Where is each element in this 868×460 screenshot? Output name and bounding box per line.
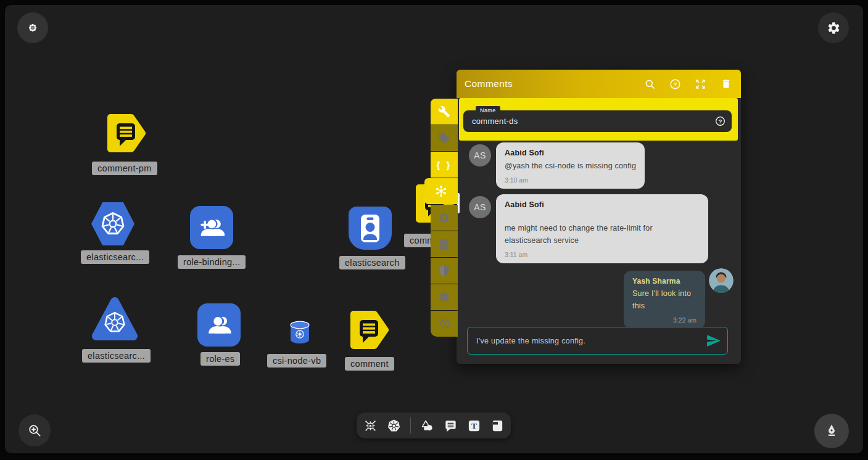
avatar: AS [469, 196, 491, 218]
name-field-label: Name [476, 106, 500, 115]
github-icon [438, 291, 450, 303]
comments-panel-header[interactable]: Comments ? [457, 70, 741, 98]
message-bubble: Aabid Sofi @yash the csi-node is missing… [496, 142, 645, 189]
node-label[interactable]: elasticsearc... [82, 349, 151, 363]
expand-icon[interactable] [695, 78, 706, 90]
tag-icon [438, 132, 450, 144]
node-role-binding[interactable] [190, 206, 233, 249]
node-csi-node-vb[interactable] [289, 321, 310, 344]
tag-button[interactable] [431, 125, 458, 151]
node-label[interactable]: role-binding... [178, 255, 246, 269]
flower-icon [28, 23, 38, 33]
message-time: 3:11 am [505, 251, 700, 258]
app-menu-button[interactable] [17, 12, 48, 43]
github-button[interactable] [431, 284, 458, 310]
help-icon[interactable]: ? [669, 78, 681, 90]
dock-divider [410, 417, 411, 433]
node-elasticsearch-triangle[interactable] [91, 294, 139, 343]
name-input[interactable] [463, 110, 732, 132]
wrench-icon [438, 105, 450, 118]
gear-icon [438, 212, 450, 224]
comment-message: AS Aabid Sofi me might need to change th… [464, 194, 734, 263]
settings-button[interactable] [818, 12, 849, 43]
trash-icon[interactable] [720, 78, 732, 90]
comments-panel: Comments ? Name ? AS Aabid Sofi @yash th… [457, 70, 741, 364]
node-label[interactable]: elasticsearch [339, 256, 405, 269]
node-label[interactable]: csi-node-vb [267, 354, 326, 368]
node-label[interactable]: elasticsearc... [81, 250, 149, 264]
message-author: Aabid Sofi [505, 200, 700, 209]
avatar-photo [709, 268, 734, 293]
svg-text:?: ? [719, 118, 722, 125]
message-time: 3:10 am [505, 176, 636, 184]
comments-list[interactable]: AS Aabid Sofi @yash the csi-node is miss… [457, 141, 741, 327]
file-search-icon [438, 238, 450, 250]
send-icon[interactable] [706, 333, 721, 348]
configure-button[interactable] [431, 99, 458, 125]
hub-button-selected[interactable] [424, 178, 458, 204]
svg-text:?: ? [673, 80, 677, 87]
comment-composer [467, 327, 728, 355]
search-icon[interactable] [644, 78, 656, 90]
text-icon[interactable]: T [467, 419, 481, 433]
shield-icon [438, 265, 450, 277]
zoom-button[interactable] [19, 414, 51, 446]
kubernetes-icon[interactable] [387, 419, 401, 433]
zoom-in-icon [27, 423, 42, 438]
hub-icon [434, 184, 448, 198]
message-text: @yash the csi-node is missing config [505, 160, 636, 172]
comment-message: AS Aabid Sofi @yash the csi-node is miss… [464, 142, 734, 189]
svg-text:T: T [471, 421, 477, 430]
message-author: Yash Sharma [632, 277, 696, 285]
pen-nib-icon [824, 423, 840, 439]
node-comment[interactable] [348, 308, 391, 351]
avatar: AS [469, 144, 491, 166]
shapes-icon[interactable] [420, 419, 434, 433]
node-label[interactable]: comment-pm [92, 162, 157, 175]
node-elasticsearch-service-account[interactable] [349, 207, 392, 250]
panel-title: Comments [457, 78, 513, 89]
history-button[interactable] [431, 311, 458, 337]
braces-icon: { } [437, 160, 452, 170]
comment-input[interactable] [467, 327, 728, 355]
help-circle-icon[interactable]: ? [715, 116, 725, 126]
node-role-es[interactable] [197, 303, 241, 347]
comment-icon[interactable] [444, 419, 458, 433]
notes-icon[interactable] [490, 419, 505, 433]
comment-message: Yash Sharma Sure I'll look into this 3:2… [464, 271, 734, 327]
components-icon[interactable] [363, 419, 378, 433]
message-text: Sure I'll look into this [632, 288, 696, 312]
message-bubble: Yash Sharma Sure I'll look into this 3:2… [624, 271, 705, 327]
message-time: 3:22 am [632, 316, 696, 324]
node-action-toolbar: { } [431, 99, 458, 337]
node-comment-pm[interactable] [105, 112, 148, 155]
message-bubble: Aabid Sofi me might need to change the r… [496, 194, 708, 263]
message-author: Aabid Sofi [505, 149, 636, 157]
message-text: me might need to change the rate-limit f… [505, 223, 700, 247]
gear-icon [827, 21, 841, 35]
inspect-config-button[interactable] [431, 231, 458, 257]
name-field-block: Name ? [459, 98, 738, 141]
node-label[interactable]: role-es [200, 352, 240, 366]
history-icon [438, 318, 450, 330]
braces-button[interactable]: { } [431, 152, 458, 178]
security-button[interactable] [431, 258, 458, 284]
settings-node-button[interactable] [431, 205, 458, 231]
pen-tool-button[interactable] [814, 414, 849, 448]
node-label[interactable]: comment [345, 357, 394, 371]
shape-dock: T [357, 413, 511, 438]
